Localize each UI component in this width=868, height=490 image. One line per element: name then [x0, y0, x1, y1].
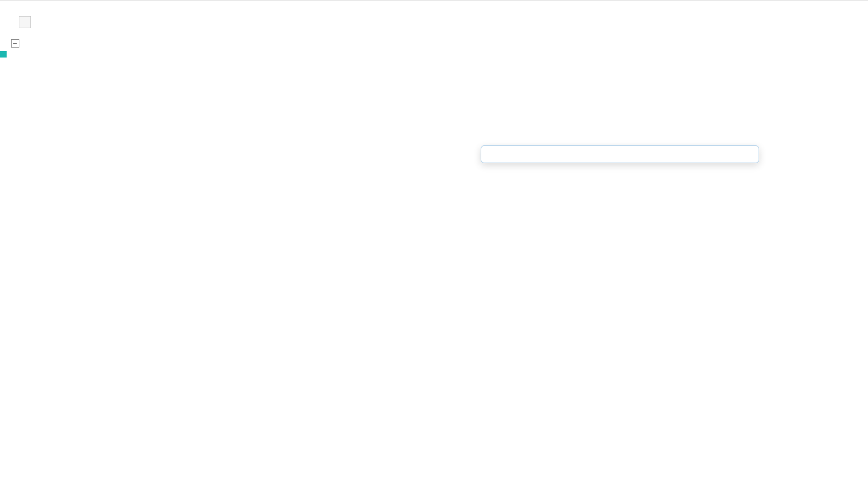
tree-root[interactable]: −: [0, 39, 868, 51]
collapse-icon[interactable]: −: [11, 39, 19, 48]
help-icon[interactable]: [19, 16, 31, 28]
title-row: [0, 1, 868, 39]
